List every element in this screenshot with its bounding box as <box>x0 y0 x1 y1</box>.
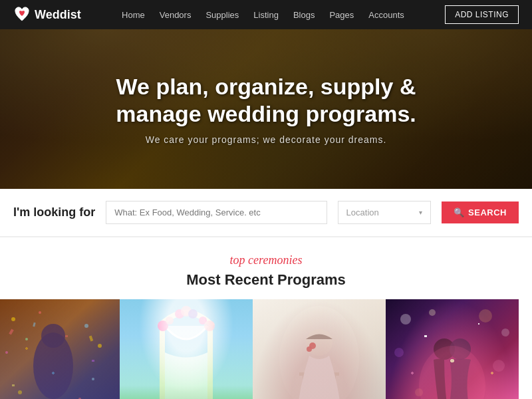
svg-point-20 <box>158 321 168 331</box>
svg-point-23 <box>181 306 192 317</box>
top-ceremonies-label: top ceremonies <box>13 253 519 267</box>
nav-blogs[interactable]: Blogs <box>293 10 315 20</box>
svg-point-25 <box>199 317 207 325</box>
add-listing-button[interactable]: ADD LISTING <box>445 5 519 24</box>
programs-image-grid <box>0 299 519 399</box>
nav-links: Home Vendors Supplies Listing Blogs Page… <box>122 9 404 21</box>
svg-rect-13 <box>9 329 13 335</box>
svg-point-3 <box>41 324 65 348</box>
svg-point-42 <box>415 388 423 396</box>
svg-rect-0 <box>0 299 120 399</box>
brand-name: Weddist <box>35 8 81 22</box>
svg-point-7 <box>25 338 28 340</box>
svg-point-9 <box>5 351 8 354</box>
svg-point-41 <box>493 360 505 372</box>
nav-accounts[interactable]: Accounts <box>368 10 404 20</box>
svg-point-8 <box>98 344 102 348</box>
card3-illustration <box>253 299 386 399</box>
hero-title-line2: manage wedding programs. <box>116 101 416 126</box>
svg-point-11 <box>18 390 22 394</box>
svg-rect-16 <box>120 299 253 399</box>
svg-rect-15 <box>33 323 35 327</box>
chevron-down-icon: ▾ <box>419 209 422 216</box>
svg-rect-29 <box>303 376 309 399</box>
program-card-2[interactable] <box>120 299 253 399</box>
svg-point-6 <box>84 324 88 328</box>
svg-rect-1 <box>0 299 120 399</box>
svg-rect-19 <box>207 326 213 399</box>
svg-rect-27 <box>253 299 386 399</box>
search-location-dropdown[interactable]: Location ▾ <box>338 201 431 224</box>
svg-point-5 <box>39 311 41 314</box>
svg-point-24 <box>188 309 198 319</box>
search-what-input[interactable] <box>106 201 327 224</box>
svg-point-45 <box>450 338 471 360</box>
svg-rect-14 <box>89 336 93 342</box>
svg-point-31 <box>306 329 332 356</box>
svg-point-40 <box>394 348 404 357</box>
svg-point-46 <box>419 346 485 399</box>
program-card-3[interactable] <box>253 299 386 399</box>
heart-logo-icon <box>13 6 31 23</box>
svg-point-34 <box>279 306 359 399</box>
program-card-4[interactable] <box>386 299 519 399</box>
search-button-label: SEARCH <box>468 207 507 217</box>
svg-point-4 <box>11 317 15 321</box>
svg-rect-18 <box>160 326 165 399</box>
search-icon: 🔍 <box>454 207 465 217</box>
svg-point-33 <box>307 346 312 352</box>
svg-point-38 <box>479 309 492 323</box>
hero-content: We plan, organize, supply & manage weddi… <box>116 73 416 145</box>
search-button[interactable]: 🔍 SEARCH <box>442 201 519 223</box>
card4-illustration <box>386 299 519 399</box>
svg-point-36 <box>400 314 411 325</box>
nav-pages[interactable]: Pages <box>329 10 354 20</box>
hero-section: We plan, organize, supply & manage weddi… <box>0 29 532 189</box>
hero-title: We plan, organize, supply & manage weddi… <box>116 73 416 128</box>
svg-point-26 <box>204 321 215 331</box>
hero-title-line1: We plan, organize, supply & <box>116 74 416 99</box>
search-label: I'm looking for <box>13 205 95 219</box>
program-card-1[interactable] <box>0 299 120 399</box>
nav-vendors[interactable]: Vendors <box>160 10 192 20</box>
svg-point-21 <box>166 317 174 325</box>
svg-point-10 <box>92 378 94 380</box>
svg-rect-30 <box>329 376 336 399</box>
svg-rect-35 <box>386 299 519 399</box>
svg-point-44 <box>434 338 455 360</box>
card2-illustration <box>120 299 253 399</box>
brand-logo[interactable]: Weddist <box>13 6 81 23</box>
nav-home[interactable]: Home <box>122 10 145 20</box>
most-recent-title: Most Recent Programs <box>13 271 519 289</box>
svg-point-39 <box>501 329 509 336</box>
nav-supplies[interactable]: Supplies <box>205 10 239 20</box>
search-location-text: Location <box>346 207 414 217</box>
svg-point-32 <box>309 342 316 349</box>
programs-section: top ceremonies Most Recent Programs <box>0 237 532 289</box>
svg-rect-28 <box>299 372 339 376</box>
hero-subtitle: We care your programs; we decorate your … <box>116 134 416 145</box>
svg-point-37 <box>429 309 436 316</box>
search-section: I'm looking for Location ▾ 🔍 SEARCH <box>0 189 532 237</box>
card1-illustration <box>0 299 120 399</box>
navbar: Weddist Home Vendors Supplies Listing Bl… <box>0 0 532 29</box>
nav-listing[interactable]: Listing <box>253 10 279 20</box>
svg-point-2 <box>33 332 73 399</box>
svg-point-22 <box>175 309 184 319</box>
